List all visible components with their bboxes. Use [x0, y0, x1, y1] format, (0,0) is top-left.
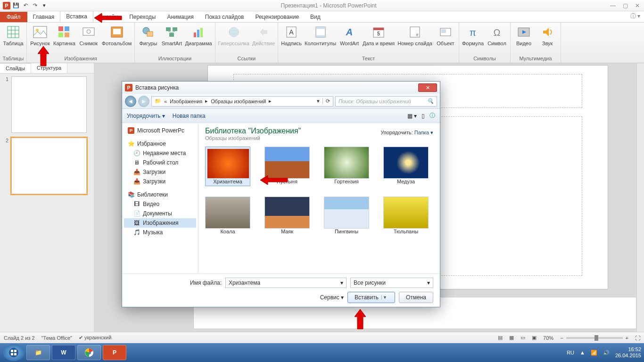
- tab-review[interactable]: Рецензирование: [249, 12, 305, 22]
- star-icon: ⭐: [128, 140, 134, 147]
- tree-recent[interactable]: 🕘Недавние места: [124, 148, 196, 158]
- sidetab-slides[interactable]: Слайды: [0, 63, 31, 73]
- slide-thumb-1[interactable]: 1: [3, 76, 91, 133]
- dialog-titlebar[interactable]: P Вставка рисунка ✕: [122, 82, 440, 94]
- headerfooter-button[interactable]: Колонтитулы: [305, 25, 336, 46]
- filename-input[interactable]: Хризантема▾: [225, 278, 347, 288]
- cancel-button[interactable]: Отмена: [399, 292, 433, 303]
- insert-button[interactable]: Вставить▼: [347, 292, 395, 303]
- file-item-desert[interactable]: Пустыня: [264, 147, 310, 186]
- breadcrumb[interactable]: 📁 « Изображения ▸ Образцы изображений ▸ …: [151, 96, 333, 107]
- view-sorter-icon[interactable]: ▦: [509, 335, 514, 341]
- tab-design[interactable]: Дизайн: [93, 12, 124, 22]
- symbol-button[interactable]: ΩСимвол: [487, 25, 507, 46]
- task-explorer[interactable]: 📁: [26, 345, 50, 360]
- close-button[interactable]: ✕: [634, 2, 641, 9]
- window-buttons: — ▢ ✕: [609, 2, 641, 9]
- picture-button[interactable]: Рисунок: [30, 25, 50, 46]
- redo-icon[interactable]: ↷: [31, 2, 39, 9]
- organize-button[interactable]: Упорядочить ▾: [127, 113, 165, 119]
- video-button[interactable]: Видео: [513, 25, 534, 46]
- tray-clock[interactable]: 16:52 26.04.2015: [615, 346, 641, 359]
- tray-network-icon[interactable]: 📶: [591, 350, 597, 356]
- task-chrome[interactable]: [77, 345, 101, 360]
- tree-music[interactable]: 🎵Музыка: [124, 228, 196, 237]
- help-icon[interactable]: ⓘ ▾: [627, 10, 644, 22]
- file-item-light[interactable]: Маяк: [264, 197, 310, 234]
- tree-downloads-1[interactable]: 📥Загрузки: [124, 167, 196, 177]
- task-powerpoint[interactable]: P: [103, 345, 126, 360]
- tab-slideshow[interactable]: Показ слайдов: [199, 12, 250, 22]
- object-button[interactable]: Объект: [435, 25, 456, 46]
- task-word[interactable]: W: [52, 345, 75, 360]
- chart-button[interactable]: Диаграмма: [185, 25, 212, 46]
- file-item-hydra[interactable]: Гортензия: [324, 147, 369, 186]
- tree-documents[interactable]: 📄Документы: [124, 209, 196, 218]
- slide-thumb-2[interactable]: 2: [3, 138, 91, 194]
- tree-favorites[interactable]: ⭐Избранное: [124, 139, 196, 148]
- refresh-icon[interactable]: ⟳: [322, 98, 330, 104]
- folder-tree[interactable]: PMicrosoft PowerPc ⭐Избранное 🕘Недавние …: [122, 123, 198, 273]
- screenshot-button[interactable]: Снимок: [78, 25, 99, 46]
- language-button[interactable]: ✔ украинский: [79, 335, 111, 341]
- nav-back-button[interactable]: ◄: [125, 96, 136, 107]
- fit-to-window-icon[interactable]: ⛶: [635, 335, 640, 341]
- tab-file[interactable]: Файл: [0, 12, 27, 22]
- dialog-close-button[interactable]: ✕: [418, 83, 437, 92]
- table-button[interactable]: Таблица: [3, 25, 24, 46]
- view-normal-icon[interactable]: ▤: [498, 335, 503, 341]
- tab-animations[interactable]: Анимация: [161, 12, 199, 22]
- clipart-button[interactable]: Картинка: [53, 25, 75, 46]
- preview-pane-button[interactable]: ▯: [421, 113, 425, 119]
- tab-home[interactable]: Главная: [27, 12, 60, 22]
- datetime-button[interactable]: 5Дата и время: [363, 25, 395, 46]
- wordart-button[interactable]: AWordArt: [339, 25, 360, 46]
- file-item-tulip[interactable]: Тюльпаны: [383, 197, 429, 234]
- tray-lang[interactable]: RU: [567, 350, 574, 355]
- tree-pictures[interactable]: 🖼Изображения: [124, 218, 196, 228]
- view-reading-icon[interactable]: ▭: [520, 335, 525, 341]
- tree-videos[interactable]: 🎞Видео: [124, 199, 196, 209]
- tree-libraries[interactable]: 📚Библиотеки: [124, 190, 196, 199]
- zoom-slider[interactable]: − +: [560, 335, 628, 341]
- shapes-button[interactable]: Фигуры: [138, 25, 158, 46]
- tab-view[interactable]: Вид: [305, 12, 326, 22]
- maximize-button[interactable]: ▢: [621, 2, 629, 9]
- tools-dropdown[interactable]: Сервис ▾: [320, 294, 344, 301]
- view-mode-button[interactable]: ▦ ▾: [407, 113, 417, 119]
- audio-button[interactable]: Звук: [537, 25, 558, 46]
- tree-powerpoint[interactable]: PMicrosoft PowerPc: [124, 126, 196, 135]
- new-folder-button[interactable]: Новая папка: [173, 113, 206, 119]
- sort-dropdown[interactable]: Папка ▾: [414, 130, 433, 135]
- tab-transitions[interactable]: Переходы: [124, 12, 161, 22]
- tab-insert[interactable]: Вставка: [60, 11, 93, 22]
- filetype-dropdown[interactable]: Все рисунки▾: [350, 278, 433, 288]
- search-input[interactable]: Поиск: Образцы изображений 🔍: [335, 96, 437, 107]
- start-button[interactable]: [3, 344, 25, 361]
- zoom-out-icon[interactable]: −: [560, 335, 563, 341]
- file-item-peng[interactable]: Пингвины: [324, 197, 369, 234]
- sidetab-outline[interactable]: Структура: [31, 63, 67, 73]
- photoalbum-button[interactable]: Фотоальбом: [102, 25, 132, 46]
- qat-more-icon[interactable]: ▾: [41, 2, 48, 9]
- equation-button[interactable]: πФормула: [462, 25, 484, 46]
- file-item-jelly[interactable]: Медуза: [383, 147, 429, 186]
- tree-desktop[interactable]: 🖥Рабочий стол: [124, 158, 196, 167]
- file-item-koala[interactable]: Коала: [205, 197, 250, 234]
- minimize-button[interactable]: —: [609, 2, 617, 9]
- vertical-scrollbar[interactable]: [636, 63, 644, 332]
- slidenum-button[interactable]: #Номер слайда: [397, 25, 432, 46]
- view-slideshow-icon[interactable]: ▣: [532, 335, 537, 341]
- zoom-in-icon[interactable]: +: [626, 335, 628, 341]
- file-item-chrys[interactable]: Хризантема: [205, 147, 250, 186]
- svg-rect-5: [33, 26, 47, 38]
- tray-sound-icon[interactable]: 🔊: [603, 350, 610, 356]
- tray-flag-icon[interactable]: ▲: [580, 350, 585, 355]
- smartart-button[interactable]: SmartArt: [161, 25, 182, 46]
- help-button[interactable]: ⓘ: [429, 112, 435, 120]
- undo-icon[interactable]: ↶: [22, 2, 29, 9]
- textbox-button[interactable]: AНадпись: [281, 25, 302, 46]
- tree-downloads-2[interactable]: 📥Загрузки: [124, 177, 196, 186]
- save-icon[interactable]: 💾: [12, 2, 20, 9]
- insert-picture-dialog: P Вставка рисунка ✕ ◄ ► 📁 « Изображения …: [122, 81, 440, 307]
